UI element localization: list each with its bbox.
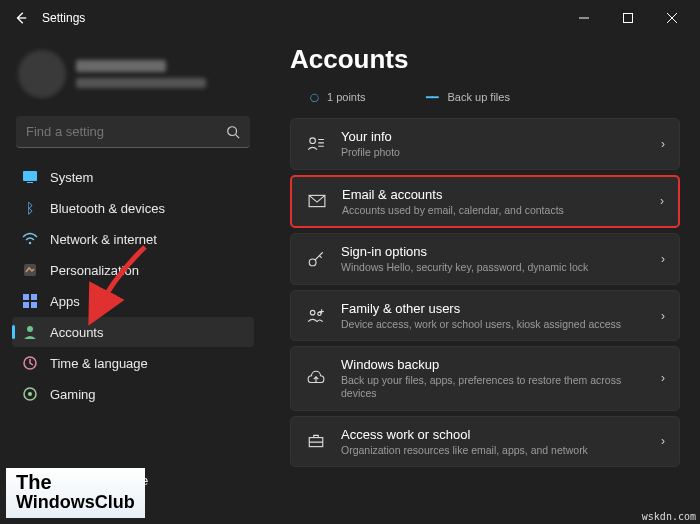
minimize-button[interactable] bbox=[562, 0, 606, 36]
sidebar-item-personalization[interactable]: Personalization bbox=[12, 255, 254, 285]
card-sub: Organization resources like email, apps,… bbox=[341, 444, 647, 457]
svg-point-18 bbox=[318, 312, 321, 315]
card-windows-backup[interactable]: Windows backupBack up your files, apps, … bbox=[290, 346, 680, 410]
watermark-text: wskdn.com bbox=[642, 511, 696, 522]
watermark-logo: The WindowsClub bbox=[6, 468, 145, 518]
card-title: Family & other users bbox=[341, 301, 647, 316]
ring-icon: ◯ bbox=[310, 93, 319, 102]
briefcase-icon bbox=[305, 432, 327, 450]
arrow-left-icon bbox=[14, 11, 28, 25]
chevron-right-icon: › bbox=[660, 194, 664, 208]
card-title: Your info bbox=[341, 129, 647, 144]
sidebar-item-system[interactable]: System bbox=[12, 162, 254, 192]
search-box[interactable] bbox=[16, 116, 250, 148]
progress-icon: ━━ bbox=[426, 91, 438, 103]
close-icon bbox=[667, 13, 677, 23]
chevron-right-icon: › bbox=[661, 434, 665, 448]
people-icon bbox=[305, 307, 327, 325]
card-work-school[interactable]: Access work or schoolOrganization resour… bbox=[290, 416, 680, 468]
maximize-button[interactable] bbox=[606, 0, 650, 36]
card-title: Email & accounts bbox=[342, 187, 646, 202]
sidebar-item-label: Network & internet bbox=[50, 232, 157, 247]
chevron-right-icon: › bbox=[661, 371, 665, 385]
card-title: Windows backup bbox=[341, 357, 647, 372]
sidebar-item-label: Gaming bbox=[50, 387, 96, 402]
titlebar: Settings bbox=[0, 0, 700, 36]
points-item[interactable]: ◯1 points bbox=[310, 91, 366, 104]
svg-rect-7 bbox=[31, 294, 37, 300]
clock-icon bbox=[22, 355, 38, 371]
sidebar-item-time[interactable]: Time & language bbox=[12, 348, 254, 378]
person-icon bbox=[22, 324, 38, 340]
profile-block[interactable] bbox=[10, 44, 256, 112]
wifi-icon bbox=[22, 231, 38, 247]
card-sub: Accounts used by email, calendar, and co… bbox=[342, 204, 646, 217]
window-title: Settings bbox=[42, 11, 85, 25]
cloud-icon bbox=[305, 369, 327, 387]
svg-rect-6 bbox=[23, 294, 29, 300]
rewards-strip: ◯1 points ━━Back up files bbox=[290, 89, 680, 118]
sidebar-item-apps[interactable]: Apps bbox=[12, 286, 254, 316]
profile-text bbox=[76, 60, 206, 88]
person-card-icon bbox=[305, 135, 327, 153]
display-icon bbox=[22, 169, 38, 185]
svg-rect-3 bbox=[27, 182, 33, 183]
search-icon bbox=[226, 125, 240, 139]
svg-rect-2 bbox=[23, 171, 37, 181]
card-sub: Profile photo bbox=[341, 146, 647, 159]
sidebar-item-label: Accounts bbox=[50, 325, 103, 340]
card-sub: Windows Hello, security key, password, d… bbox=[341, 261, 647, 274]
svg-point-17 bbox=[310, 310, 315, 315]
card-family-users[interactable]: Family & other usersDevice access, work … bbox=[290, 290, 680, 342]
card-title: Access work or school bbox=[341, 427, 647, 442]
chevron-right-icon: › bbox=[661, 137, 665, 151]
svg-rect-0 bbox=[624, 14, 633, 23]
bluetooth-icon: ᛒ bbox=[22, 200, 38, 216]
card-your-info[interactable]: Your infoProfile photo › bbox=[290, 118, 680, 170]
gaming-icon bbox=[22, 386, 38, 402]
sidebar-item-bluetooth[interactable]: ᛒ Bluetooth & devices bbox=[12, 193, 254, 223]
close-button[interactable] bbox=[650, 0, 694, 36]
card-signin-options[interactable]: Sign-in optionsWindows Hello, security k… bbox=[290, 233, 680, 285]
back-button[interactable] bbox=[6, 3, 36, 33]
mail-icon bbox=[306, 192, 328, 210]
card-sub: Device access, work or school users, kio… bbox=[341, 318, 647, 331]
svg-point-1 bbox=[228, 126, 237, 135]
sidebar-item-label: Personalization bbox=[50, 263, 139, 278]
backup-item[interactable]: ━━Back up files bbox=[426, 91, 510, 104]
chevron-right-icon: › bbox=[661, 252, 665, 266]
sidebar-item-gaming[interactable]: Gaming bbox=[12, 379, 254, 409]
svg-point-4 bbox=[29, 242, 32, 245]
sidebar-item-accounts[interactable]: Accounts bbox=[12, 317, 254, 347]
minimize-icon bbox=[579, 13, 589, 23]
sidebar: System ᛒ Bluetooth & devices Network & i… bbox=[0, 36, 262, 524]
key-icon bbox=[305, 250, 327, 268]
sidebar-item-label: System bbox=[50, 170, 93, 185]
card-email-accounts[interactable]: Email & accountsAccounts used by email, … bbox=[290, 175, 680, 229]
paint-icon bbox=[22, 262, 38, 278]
avatar bbox=[18, 50, 66, 98]
main-panel: Accounts ◯1 points ━━Back up files Your … bbox=[262, 36, 700, 524]
maximize-icon bbox=[623, 13, 633, 23]
svg-rect-9 bbox=[31, 302, 37, 308]
apps-icon bbox=[22, 293, 38, 309]
svg-point-13 bbox=[28, 392, 32, 396]
page-title: Accounts bbox=[290, 44, 680, 75]
chevron-right-icon: › bbox=[661, 309, 665, 323]
svg-rect-8 bbox=[23, 302, 29, 308]
search-input[interactable] bbox=[26, 124, 226, 139]
sidebar-item-label: Apps bbox=[50, 294, 80, 309]
card-sub: Back up your files, apps, preferences to… bbox=[341, 374, 647, 399]
svg-point-10 bbox=[27, 326, 33, 332]
sidebar-item-label: Time & language bbox=[50, 356, 148, 371]
sidebar-item-label: Bluetooth & devices bbox=[50, 201, 165, 216]
sidebar-item-network[interactable]: Network & internet bbox=[12, 224, 254, 254]
svg-point-14 bbox=[310, 138, 316, 144]
card-title: Sign-in options bbox=[341, 244, 647, 259]
